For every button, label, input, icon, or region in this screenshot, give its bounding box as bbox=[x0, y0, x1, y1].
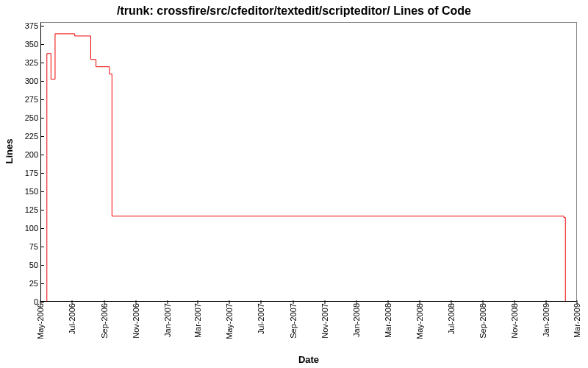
x-tick: Jul-2007 bbox=[257, 303, 265, 334]
x-tick: Jul-2008 bbox=[447, 303, 456, 334]
x-tick: Jan-2007 bbox=[163, 303, 172, 337]
y-tick: 50 bbox=[9, 261, 38, 269]
x-tick: Mar-2008 bbox=[384, 303, 392, 338]
x-tick: Jan-2009 bbox=[542, 303, 551, 337]
y-tick: 225 bbox=[9, 132, 38, 141]
data-line bbox=[41, 23, 576, 301]
x-tick: Nov-2006 bbox=[132, 303, 140, 339]
x-tick: Jul-2006 bbox=[68, 303, 76, 334]
y-tick: 75 bbox=[9, 242, 38, 251]
x-tick: Mar-2007 bbox=[193, 303, 202, 338]
y-tick: 300 bbox=[9, 77, 38, 85]
x-tick: Sep-2008 bbox=[478, 303, 487, 339]
y-tick: 175 bbox=[9, 169, 38, 177]
x-tick: Nov-2008 bbox=[510, 303, 519, 339]
y-tick: 350 bbox=[9, 40, 38, 49]
y-tick: 325 bbox=[9, 58, 38, 67]
x-tick: May-2007 bbox=[225, 303, 234, 339]
x-tick: May-2006 bbox=[36, 303, 45, 339]
x-tick: Mar-2009 bbox=[573, 303, 581, 338]
plot-area bbox=[40, 22, 577, 302]
chart-title: /trunk: crossfire/src/cfeditor/textedit/… bbox=[0, 4, 588, 18]
chart-container: /trunk: crossfire/src/cfeditor/textedit/… bbox=[0, 0, 588, 368]
y-tick: 275 bbox=[9, 95, 38, 104]
x-tick: Sep-2006 bbox=[100, 303, 109, 339]
y-tick: 25 bbox=[9, 279, 38, 288]
x-tick: Jan-2008 bbox=[352, 303, 361, 337]
y-tick: 100 bbox=[9, 224, 38, 233]
x-tick: Sep-2007 bbox=[289, 303, 298, 339]
x-axis-label: Date bbox=[40, 354, 577, 365]
y-tick: 150 bbox=[9, 187, 38, 196]
y-tick: 375 bbox=[9, 21, 38, 30]
y-tick: 0 bbox=[9, 297, 38, 306]
y-tick: 125 bbox=[9, 205, 38, 214]
y-tick: 200 bbox=[9, 150, 38, 159]
x-tick: May-2008 bbox=[415, 303, 424, 339]
x-tick: Nov-2007 bbox=[320, 303, 329, 339]
y-tick: 250 bbox=[9, 113, 38, 122]
